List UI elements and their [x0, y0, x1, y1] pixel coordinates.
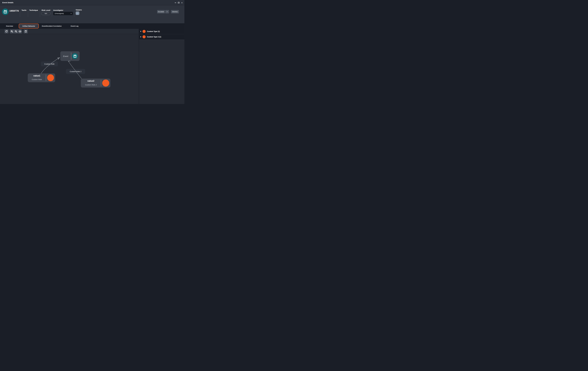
- tab-artifact-behavior[interactable]: Artifact Behavior: [19, 24, 39, 29]
- escalate-menu-button[interactable]: ▼: [165, 10, 169, 13]
- tab-event-incident-correlation[interactable]: Event/Incident Correlation: [41, 23, 63, 29]
- event-details-window: Event Details ✕ 1959770 Tactic Techniq: [0, 0, 184, 104]
- content-area: Custom Role Custom Role 2 Event: [0, 29, 184, 104]
- tactic-label: Tactic: [21, 9, 26, 11]
- titlebar: Event Details ✕: [0, 0, 184, 5]
- window-panel-icon: [24, 30, 27, 33]
- graph-canvas[interactable]: Custom Role Custom Role 2 Event: [0, 34, 139, 104]
- minimize-icon: [175, 3, 176, 3]
- tab-overview[interactable]: Overview: [3, 23, 16, 29]
- edge-arrowhead-icon: [58, 57, 60, 59]
- node-divider: [71, 53, 71, 60]
- zoom-out-button[interactable]: [14, 29, 18, 33]
- investigator-value: (Unassigned): [55, 13, 64, 14]
- event-id: 1959770: [10, 10, 19, 12]
- dismiss-button[interactable]: Dismiss: [171, 10, 179, 13]
- risk-level-label: Risk Level: [41, 9, 51, 11]
- event-calendar-icon: [72, 53, 78, 59]
- refresh-icon: [5, 30, 8, 33]
- escalate-button[interactable]: Escalate: [157, 10, 165, 13]
- sidebar-group-custom-type[interactable]: Custom Type (1): [139, 29, 184, 34]
- maximize-icon: [178, 2, 179, 3]
- viewer-avatar[interactable]: [76, 11, 79, 15]
- investigator-label: Investigator: [53, 9, 63, 11]
- sidebar-group-custom-type-2[interactable]: Custom Type 2 (1): [139, 34, 184, 40]
- graph-pane: Custom Role Custom Role 2 Event: [0, 29, 139, 104]
- viewers-label: Viewers: [76, 9, 82, 11]
- detail-tabs: Overview Artifact Behavior Event/Inciden…: [0, 23, 184, 29]
- node-value2-role: Custom Role 2: [81, 84, 101, 86]
- tab-event-log[interactable]: Event Log: [69, 23, 80, 29]
- zoom-to-fit-button[interactable]: [18, 29, 22, 33]
- window-title: Event Details: [2, 1, 13, 3]
- zoom-to-fit-icon: [19, 30, 21, 33]
- graph-toolbar: [0, 29, 139, 34]
- artifact-type-sidebar: Custom Type (1) Custom Type 2 (1): [139, 29, 184, 104]
- zoom-out-icon: [15, 30, 17, 33]
- sidebar-group-label: Custom Type (1): [147, 31, 160, 32]
- event-header: 1959770 Tactic Technique Risk Level N/A …: [0, 5, 184, 23]
- technique-label: Technique: [29, 9, 38, 11]
- expander-caret-icon[interactable]: [140, 31, 141, 32]
- risk-level-badge: N/A: [41, 12, 51, 15]
- chevron-down-icon: ▼: [167, 11, 168, 12]
- investigator-select[interactable]: (Unassigned) ▼: [53, 12, 73, 15]
- refresh-layout-button[interactable]: [4, 29, 9, 33]
- event-type-badge: [2, 9, 9, 15]
- node-value2[interactable]: value2 Custom Role 2: [81, 79, 110, 87]
- close-icon: ✕: [181, 2, 183, 4]
- maximize-button[interactable]: [177, 1, 180, 4]
- sidebar-empty-area: [139, 40, 184, 104]
- node-value1-role: Custom Role: [28, 78, 46, 80]
- chevron-down-icon: ▼: [71, 13, 72, 14]
- custom-type-icon: [47, 74, 54, 81]
- calendar-alert-icon: [3, 10, 7, 14]
- tab-artifact-behavior-label: Artifact Behavior: [22, 25, 35, 27]
- node-value1[interactable]: value1 Custom Role: [28, 74, 55, 82]
- node-event-label: Event: [60, 55, 71, 58]
- zoom-in-icon: [10, 30, 13, 33]
- header-divider: [52, 9, 52, 17]
- custom-type-2-icon: [143, 35, 146, 38]
- close-button[interactable]: ✕: [181, 1, 183, 4]
- minimize-button[interactable]: [174, 1, 177, 4]
- sidebar-group-label: Custom Type 2 (1): [147, 36, 161, 38]
- node-event[interactable]: Event: [60, 51, 80, 61]
- node-value1-title: value1: [28, 74, 46, 77]
- zoom-in-button[interactable]: [10, 29, 14, 33]
- edge-label-custom-role[interactable]: Custom Role: [41, 62, 58, 66]
- expander-caret-icon[interactable]: [140, 36, 141, 37]
- fit-window-button[interactable]: [24, 29, 28, 33]
- node-divider: [101, 80, 101, 86]
- edge-label-custom-role-2[interactable]: Custom Role 2: [66, 69, 85, 74]
- custom-type-icon: [143, 30, 146, 33]
- node-divider: [46, 74, 46, 81]
- node-value2-title: value2: [81, 80, 101, 82]
- custom-type-2-icon: [102, 80, 109, 86]
